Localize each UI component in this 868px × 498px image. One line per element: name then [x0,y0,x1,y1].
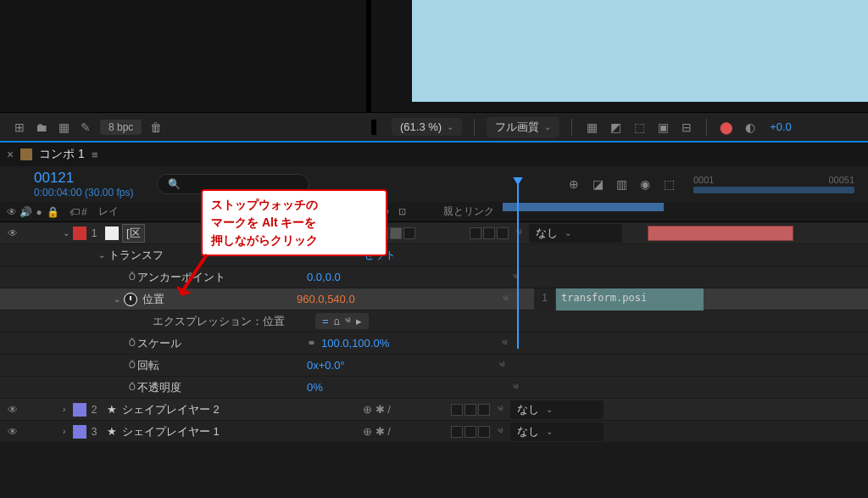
video-column-icon[interactable]: 👁 [5,204,19,220]
layer-color-chip[interactable] [73,227,86,240]
source-chip [105,227,119,240]
comp-button-icon[interactable]: ⊕ [566,176,581,192]
search-icon: 🔍 [166,176,181,192]
transform-label: トランスフ [108,248,164,263]
quality-dropdown[interactable]: フル画質 ⌄ [487,117,559,137]
shy-icon[interactable]: ◪ [590,176,605,192]
tab-menu-icon[interactable]: ≡ [92,148,98,161]
eye-toggle[interactable]: 👁 [5,424,20,439]
expression-pickwhip-icon[interactable]: ༄ [345,315,351,327]
expression-row: エクスプレッション：位置 = ⩍ ༄ ▸ [0,311,868,333]
scale-value[interactable]: 100.0,100.0% [321,337,423,350]
layer-name[interactable]: シェイプレイヤー 1 [122,424,220,439]
pickwhip-icon[interactable]: ༄ [492,425,509,438]
region-icon[interactable]: ⬚ [632,120,647,135]
comp-tab-name[interactable]: コンポ 1 [39,147,85,162]
current-frame[interactable]: 00121 [34,170,133,187]
stopwatch-icon[interactable]: Ŏ [127,272,137,283]
guides-icon[interactable]: ⊟ [679,120,694,135]
expression-graph-icon[interactable]: ⩍ [334,315,340,327]
close-tab-icon[interactable]: × [7,148,14,161]
layer-name[interactable]: [区 [122,224,145,243]
rotation-value-b[interactable]: x+0.0° [313,359,344,372]
stopwatch-icon[interactable]: Ŏ [127,361,137,371]
twirl-icon[interactable]: ⌄ [114,294,124,304]
graph-editor-icon[interactable]: ⬚ [661,176,676,192]
exposure-value[interactable]: +0.0 [770,120,792,133]
rotation-row[interactable]: Ŏ 回転 0 x+0.0° ༄ [0,355,868,377]
exposure-icon[interactable]: ◐ [743,120,758,135]
pickwhip-icon[interactable]: ༄ [507,381,524,394]
motion-blur-icon[interactable]: ◉ [637,176,653,192]
lock-column-icon[interactable]: 🔒 [46,204,59,220]
layer-row[interactable]: 👁 ⌄ 1 [区 ༄ なし ⌄ [0,222,868,244]
stopwatch-icon-active[interactable] [124,293,137,306]
position-row[interactable]: ⌄ 位置 960.0,540.0 ༄ 1 transform.posi [0,288,868,311]
layer-row[interactable]: 👁 › 3 ★ シェイプレイヤー 1 ⊕ ✱ / ༄ なし ⌄ [0,421,868,443]
mask-icon[interactable]: ◩ [608,120,623,135]
opacity-value[interactable]: 0% [307,381,422,394]
opacity-row[interactable]: Ŏ 不透明度 0% ༄ [0,377,868,399]
layer-duration-bar[interactable] [648,226,793,241]
trash-icon[interactable]: 🗑 [148,120,164,135]
index-column: # [81,206,93,218]
anchor-point-row[interactable]: Ŏ アンカーポイント 0.0,0.0 ༄ [0,266,868,288]
anchor-point-value[interactable]: 0.0,0.0 [307,271,422,283]
twirl-icon[interactable]: ⌄ [98,250,108,260]
solo-column-icon[interactable]: ● [32,204,46,220]
snapshot-icon[interactable]: ▣ [655,120,670,135]
pickwhip-icon[interactable]: ༄ [496,337,513,350]
expression-code[interactable]: transform.posi [556,288,704,311]
layer-name[interactable]: シェイプレイヤー 2 [122,402,220,417]
folder-icon[interactable]: 🖿 [34,120,49,135]
stopwatch-icon[interactable]: Ŏ [127,339,137,349]
new-comp-icon[interactable]: ▦ [56,120,71,135]
audio-column-icon[interactable]: 🔊 [19,204,32,220]
pickwhip-icon[interactable]: ༄ [507,271,524,283]
rotation-value-a[interactable]: 0 [307,359,313,372]
position-value[interactable]: 960.0,540.0 [297,293,412,305]
parent-link-column[interactable]: 親とリンク [443,204,494,219]
preview-canvas[interactable] [412,0,868,102]
label-column-icon[interactable]: 🏷 [68,204,81,220]
transparency-grid-icon[interactable]: ▦ [584,120,599,135]
transform-group-row[interactable]: ⌄ トランスフ セット [0,244,868,266]
pickwhip-icon[interactable]: ༄ [492,403,509,416]
layer-color-chip[interactable] [73,425,86,439]
time-ruler[interactable]: 0001 00051 [693,175,854,193]
zoom-dropdown[interactable]: (61.3 %) ⌄ [392,118,462,136]
pickwhip-icon[interactable]: ༄ [494,359,511,372]
ruler-tick-mid: 00051 [828,175,854,187]
current-timecode[interactable]: 0:00:04:00 (30.00 fps) [34,187,133,199]
flowchart-icon[interactable]: ⊞ [12,120,27,135]
parent-dropdown[interactable]: なし ⌄ [510,400,604,419]
constrain-proportions-icon[interactable]: ⚭ [307,337,316,350]
expression-language-icon[interactable]: ▸ [356,315,362,327]
parent-dropdown[interactable]: なし ⌄ [529,224,622,243]
playhead[interactable] [517,179,519,349]
eye-toggle[interactable]: 👁 [5,402,20,417]
layer-color-chip[interactable] [73,403,86,417]
scale-row[interactable]: Ŏ スケール ⚭ 100.0,100.0% ༄ [0,333,868,355]
annotation-callout: ストップウォッチの マークを Alt キーを 押しながらクリック [201,189,387,256]
pickwhip-icon[interactable]: ༄ [497,293,514,305]
composition-panel [371,0,868,112]
twirl-icon[interactable]: › [63,427,73,436]
expression-enable-icon[interactable]: = [322,315,329,327]
frame-blend-icon[interactable]: ▥ [614,176,629,192]
expression-line-number: 1 [534,288,556,311]
twirl-icon[interactable]: › [63,405,73,414]
stopwatch-icon[interactable]: Ŏ [127,383,137,393]
twirl-icon[interactable]: ⌄ [63,228,73,238]
parent-dropdown[interactable]: なし ⌄ [510,422,604,441]
bit-depth-button[interactable]: 8 bpc [100,120,142,135]
channels-icon[interactable]: ⬤ [719,120,734,135]
eye-toggle[interactable]: 👁 [5,226,20,241]
shape-star-icon: ★ [107,403,117,416]
anchor-point-label: アンカーポイント [137,270,307,285]
layer-row[interactable]: 👁 › 2 ★ シェイプレイヤー 2 ⊕ ✱ / ༄ なし ⌄ [0,399,868,421]
layer-name-column[interactable]: レイ [98,204,119,219]
adjustment-icon[interactable]: ✎ [78,120,93,135]
work-area-bar[interactable] [503,203,664,211]
expression-label: エクスプレッション：位置 [153,314,315,329]
